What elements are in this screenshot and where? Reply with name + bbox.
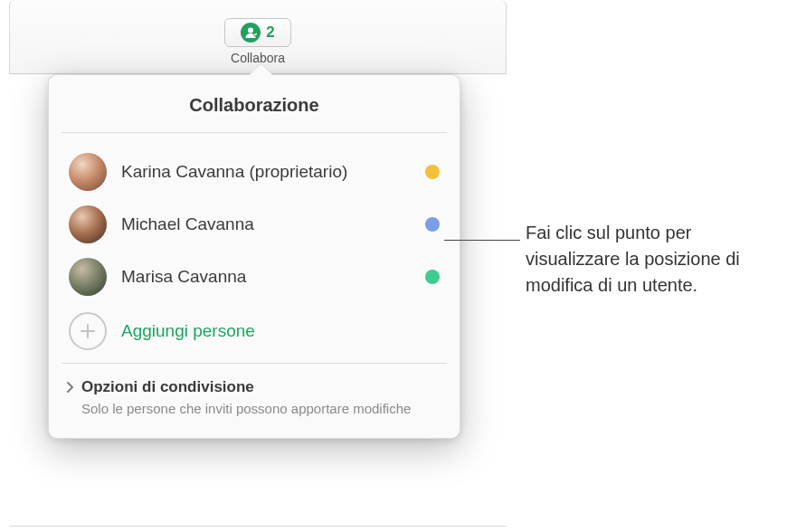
presence-dot[interactable] xyxy=(425,270,440,284)
collaborate-button[interactable]: 2 xyxy=(224,18,291,47)
callout-leader-line xyxy=(444,240,520,241)
participant-name: Michael Cavanna xyxy=(121,214,411,234)
participant-row[interactable]: Marisa Cavanna xyxy=(69,251,440,303)
participant-row[interactable]: Michael Cavanna xyxy=(69,198,440,251)
avatar xyxy=(69,205,107,243)
participant-row[interactable]: Karina Cavanna (proprietario) xyxy=(69,146,440,198)
bottom-border xyxy=(9,526,507,527)
presence-dot[interactable] xyxy=(425,217,440,232)
popover-title: Collaborazione xyxy=(49,75,460,132)
collaborate-button-label: Collabora xyxy=(218,51,298,65)
participant-name: Karina Cavanna (proprietario) xyxy=(121,162,411,182)
chevron-right-icon xyxy=(65,380,76,394)
share-options-subtitle: Solo le persone che inviti possono appor… xyxy=(81,399,440,418)
plus-icon xyxy=(69,312,107,350)
share-options-row[interactable]: Opzioni di condivisione Solo le persone … xyxy=(49,364,460,438)
svg-point-0 xyxy=(248,28,253,33)
add-people-row[interactable]: Aggiungi persone xyxy=(69,303,440,359)
presence-dot[interactable] xyxy=(425,165,440,179)
participant-list: Karina Cavanna (proprietario) Michael Ca… xyxy=(49,133,460,363)
collaborator-count: 2 xyxy=(266,24,274,42)
avatar xyxy=(69,258,107,296)
participant-name: Marisa Cavanna xyxy=(121,267,411,287)
collaboration-popover: Collaborazione Karina Cavanna (proprieta… xyxy=(48,74,460,439)
share-options-title: Opzioni di condivisione xyxy=(81,378,440,396)
callout-text: Fai clic sul punto per visualizzare la p… xyxy=(526,220,761,299)
add-people-label: Aggiungi persone xyxy=(121,321,255,341)
collaborate-icon xyxy=(241,23,261,43)
avatar xyxy=(69,153,107,191)
